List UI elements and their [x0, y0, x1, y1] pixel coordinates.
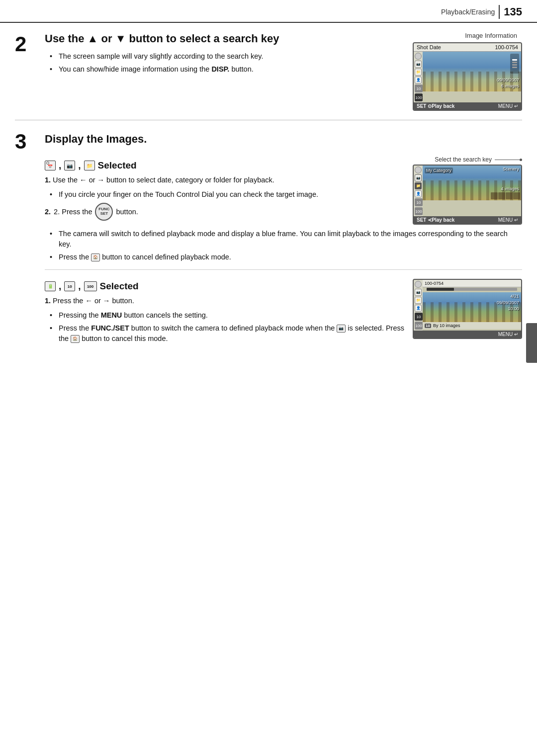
- cam1-date-overlay: 09/09/2007 6 images: [497, 77, 519, 89]
- funcset-bold: FUNC./SET: [91, 324, 129, 332]
- cam3-icon-2: 📷: [415, 289, 422, 296]
- camera-screen-2: 📷 📁 👤 10 100 My Category: [413, 165, 522, 225]
- cam3-by-label: By 10 images: [433, 323, 460, 328]
- bullet-2: You can show/hide image information usin…: [50, 64, 393, 75]
- section-2-image: Image Information Shot Date 100-0754 📷 📁…: [393, 32, 522, 111]
- cam2-thumb-3: [506, 192, 513, 199]
- subsection-b-right: 📷 📁 👤 10 100 100-0754: [413, 277, 522, 346]
- cam1-icon-1: [415, 53, 422, 60]
- cam3-footer-right: MENU ↵: [498, 332, 518, 337]
- subsection-a-title: 📅 , 📷 , 📁 Selected: [45, 160, 405, 171]
- cam1-icon-10: 10: [415, 84, 423, 92]
- icon-b-1-inner: 🔋: [48, 284, 53, 289]
- cam2-icon-100: 100: [415, 207, 423, 215]
- cam2-icon-3: 📁: [415, 182, 422, 189]
- func-btn-label: FUNCSET: [98, 207, 109, 216]
- page-edge-tab: [526, 323, 537, 363]
- b-item-1-num: 1.: [45, 297, 51, 305]
- cam3-10-badge: 10: [425, 324, 431, 328]
- subsection-a-long-bullets: The camera will switch to defined playba…: [45, 229, 522, 262]
- cam1-top-bar: Shot Date 100-0754: [414, 43, 521, 52]
- icon-category: 📷: [64, 161, 75, 170]
- down-arrow: ▼: [115, 32, 126, 45]
- long-bullet-2: Press the 🏠 button to cancel defined pla…: [50, 252, 522, 262]
- cam1-icon-2: 📷: [415, 61, 422, 68]
- or-text-1: or: [101, 32, 115, 45]
- section-2-content: Use the ▲ or ▼ button to select a search…: [45, 32, 393, 111]
- subsection-a-row: 📅 , 📷 , 📁 Selected 1. Use the ← or → but: [45, 156, 522, 225]
- cam2-thumb-2: [498, 192, 505, 199]
- section-3: 3 Display the Images. 📅 , 📷: [15, 120, 522, 355]
- cam3-icon-4: 👤: [415, 305, 422, 312]
- subsection-a-item-2: 2. 2. Press the FUNCSET button.: [45, 203, 405, 221]
- main-content: 2 Use the ▲ or ▼ button to select a sear…: [0, 23, 537, 355]
- pointer-dot: [520, 159, 522, 161]
- page-number: 135: [504, 5, 522, 18]
- cam1-icon-4: 👤: [415, 77, 422, 84]
- cam3-footer: MENU ↵: [414, 331, 521, 338]
- cam1-date: 09/09/2007: [497, 77, 519, 84]
- cam3-overlay: 4/21 09/09/2007 10:00: [497, 293, 519, 312]
- b-bullet-1: Pressing the MENU button cancels the set…: [50, 310, 405, 321]
- cam1-shot-date: Shot Date: [417, 44, 441, 50]
- cam3-image: 4/21 09/09/2007 10:00: [423, 292, 521, 322]
- subsection-a-bullet-1: If you circle your finger on the Touch C…: [50, 189, 405, 200]
- cam2-icon-1: [415, 167, 422, 173]
- cam1-footer-left: SET ⊙Play back: [417, 103, 454, 109]
- cam2-category: My Category: [425, 168, 453, 173]
- cam3-icon-1: [415, 281, 422, 288]
- section-3-title: Display the Images.: [45, 129, 147, 147]
- cancel-icon-inline: 🏠: [91, 253, 100, 261]
- subsection-b-left: 🔋 , 10 , 100 Selected 1. Press the ← or …: [45, 277, 405, 346]
- icon-inline-home: 🏠: [71, 335, 80, 343]
- cam3-folder: 100-0754: [425, 281, 444, 286]
- subsection-a-selected: Selected: [98, 160, 137, 171]
- use-the-text: Use the: [45, 32, 84, 45]
- subsection-b-item-1: 1. Press the ← or → button.: [45, 296, 405, 306]
- func-set-button: FUNCSET: [95, 203, 113, 221]
- button-text: button to select a search key: [129, 32, 279, 45]
- item-1-num: 1.: [45, 176, 51, 184]
- cam1-image: 09/09/2007 6 images: [423, 52, 521, 91]
- search-key-label: Select the search key: [435, 156, 492, 163]
- image-info-label: Image Information: [465, 32, 522, 39]
- cam1-icon-100: 100: [415, 93, 423, 101]
- cam3-icon-3: 📁: [415, 297, 422, 304]
- cam1-icon-3: 📁: [415, 69, 422, 76]
- subsection-a-left: 📅 , 📷 , 📁 Selected 1. Use the ← or → but: [45, 156, 405, 225]
- b-bullet-2: Press the FUNC./SET button to switch the…: [50, 323, 405, 344]
- section-2-number: 2: [15, 32, 45, 111]
- section-label: Playback/Erasing: [441, 8, 495, 16]
- item-2-num: 2.: [45, 207, 51, 217]
- cam3-date: 09/09/2007: [497, 300, 519, 306]
- sub-divider: [45, 269, 522, 270]
- section-2-bullets: The screen sample will vary slightly acc…: [45, 51, 393, 75]
- cam3-icon-100: 100: [415, 322, 423, 330]
- section-3-number: 3: [15, 129, 45, 152]
- subsection-b-title: 🔋 , 10 , 100 Selected: [45, 281, 405, 292]
- header-divider: [499, 5, 500, 19]
- section-2: 2 Use the ▲ or ▼ button to select a sear…: [15, 23, 522, 120]
- icon-b-100: 100: [84, 281, 97, 291]
- subsection-a: 📅 , 📷 , 📁 Selected 1. Use the ← or → but: [15, 152, 522, 346]
- cam2-icon-10: 10: [415, 198, 423, 206]
- search-key-pointer: Select the search key: [435, 156, 522, 163]
- subsection-b-bullets: Pressing the MENU button cancels the set…: [45, 310, 405, 344]
- icon-date-dot: [46, 162, 49, 165]
- subsection-a-right: Select the search key 📷 📁 👤 1: [413, 156, 522, 225]
- subsection-a-item-1: 1. Use the ← or → button to select date,…: [45, 175, 405, 185]
- subsection-a-bullets: If you circle your finger on the Touch C…: [45, 189, 405, 200]
- subsection-b-selected: Selected: [100, 281, 139, 292]
- cam1-footer: SET ⊙Play back MENU ↵: [414, 102, 521, 110]
- cam3-scrollbar-wrapper: [423, 287, 521, 292]
- long-bullet-1: The camera will switch to defined playba…: [50, 229, 522, 250]
- cam2-icon-4: 👤: [415, 190, 422, 197]
- cam3-scrollbar: [427, 288, 517, 291]
- cam3-scrollbar-thumb: [427, 288, 454, 291]
- camera-screen-3: 📷 📁 👤 10 100 100-0754: [413, 279, 522, 339]
- cam3-top-bar: 100-0754: [423, 280, 521, 287]
- icon-folder: 📁: [84, 161, 95, 170]
- comma-2: ,: [78, 160, 81, 171]
- cam2-footer-left: SET ≺Play back: [417, 217, 454, 223]
- page-header: Playback/Erasing 135: [0, 0, 537, 23]
